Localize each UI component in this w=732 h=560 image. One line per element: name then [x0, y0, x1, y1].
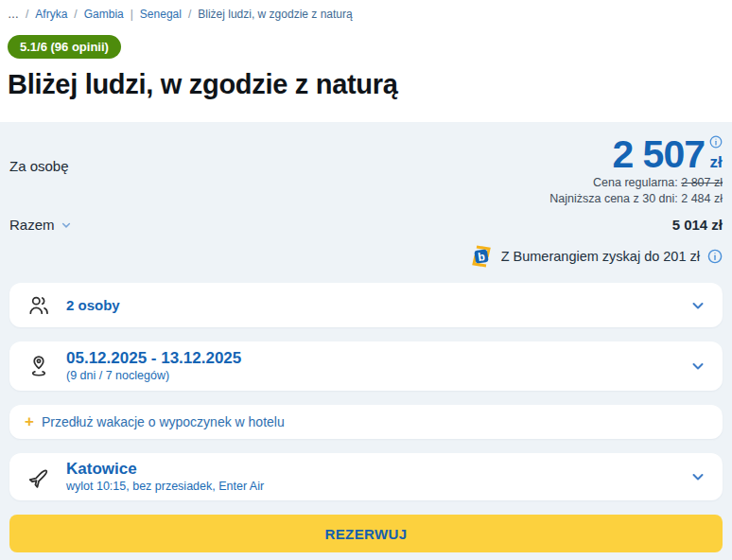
total-label: Razem	[9, 217, 55, 233]
regular-price-value: 2 807 zł	[681, 176, 723, 189]
total-amount: 5 014 zł	[672, 217, 723, 233]
booking-panel: Za osobę 2 507 zł Cena regularna:	[0, 122, 732, 560]
departure-card[interactable]: Katowice wylot 10:15, bez przesiadek, En…	[9, 453, 723, 500]
breadcrumb-separator: /	[26, 8, 28, 21]
dates-card[interactable]: 05.12.2025 - 13.12.2025 (9 dni / 7 nocle…	[9, 341, 723, 391]
trip-pin-icon	[25, 354, 53, 378]
lowest-price-line: Najniższa cena z 30 dni: 2 484 zł	[549, 191, 723, 207]
dates-duration: (9 dni / 7 noclegów)	[66, 368, 681, 383]
price-row: Za osobę 2 507 zł Cena regularna:	[9, 133, 723, 207]
chevron-down-icon	[690, 469, 706, 484]
price-currency: zł	[709, 153, 722, 172]
price-block: 2 507 zł Cena regularna: 2 807 zł	[549, 133, 723, 207]
breadcrumb-link-gambia[interactable]: Gambia	[84, 8, 124, 21]
breadcrumb: … / Afryka / Gambia | Senegal / Bliżej l…	[8, 6, 724, 21]
page-title: Bliżej ludzi, w zgodzie z naturą	[8, 69, 724, 100]
lowest-price-label: Najniższa cena z 30 dni:	[549, 192, 678, 205]
departure-city: Katowice	[66, 460, 681, 479]
chevron-down-icon	[690, 298, 706, 313]
people-icon	[25, 293, 53, 318]
breadcrumb-link-senegal[interactable]: Senegal	[140, 8, 182, 21]
total-row: Razem 5 014 zł	[9, 217, 723, 233]
lowest-price-value: 2 484 zł	[681, 192, 723, 205]
bumerang-text: Z Bumerangiem zyskaj do 201 zł	[501, 249, 700, 264]
bumerang-info-icon[interactable]	[707, 249, 723, 264]
breadcrumb-separator: |	[131, 8, 133, 21]
plane-icon	[25, 464, 53, 490]
persons-label: 2 osoby	[66, 297, 681, 313]
breadcrumb-separator: /	[74, 8, 77, 21]
plus-icon: +	[25, 414, 34, 429]
breadcrumb-link-afryka[interactable]: Afryka	[35, 8, 67, 21]
bumerang-logo-icon: b	[469, 244, 494, 269]
hotel-extension-card[interactable]: + Przedłuż wakacje o wypoczynek w hotelu	[9, 405, 723, 439]
chevron-down-icon	[690, 359, 706, 374]
price-amount: 2 507	[612, 133, 705, 175]
regular-price-line: Cena regularna: 2 807 zł	[549, 175, 723, 191]
regular-price-label: Cena regularna:	[593, 176, 678, 189]
persons-card[interactable]: 2 osoby	[9, 283, 723, 327]
bumerang-row: b Z Bumerangiem zyskaj do 201 zł	[9, 244, 723, 269]
breadcrumb-separator: /	[188, 8, 191, 21]
total-toggle[interactable]: Razem	[9, 217, 72, 233]
dates-range: 05.12.2025 - 13.12.2025	[66, 349, 681, 368]
departure-details: wylot 10:15, bez przesiadek, Enter Air	[66, 479, 681, 494]
chevron-down-icon	[61, 219, 72, 231]
hotel-extension-label: Przedłuż wakacje o wypoczynek w hotelu	[42, 414, 285, 429]
reserve-button[interactable]: REZERWUJ	[9, 515, 723, 552]
breadcrumb-current: Bliżej ludzi, w zgodzie z naturą	[198, 8, 352, 21]
breadcrumb-ellipsis[interactable]: …	[8, 8, 19, 21]
rating-badge[interactable]: 5.1/6 (96 opinii)	[8, 35, 121, 59]
header-section: … / Afryka / Gambia | Senegal / Bliżej l…	[0, 0, 732, 122]
price-info-icon[interactable]	[709, 135, 723, 149]
per-person-label: Za osobę	[9, 158, 69, 174]
